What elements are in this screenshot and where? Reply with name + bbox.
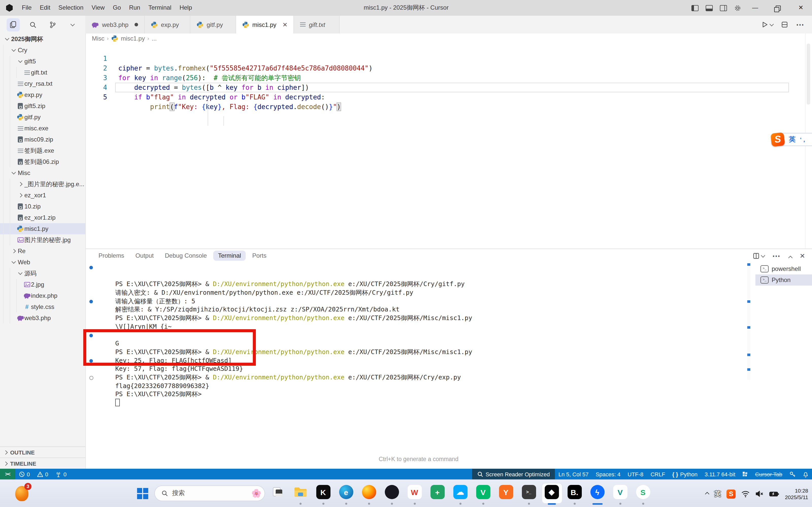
taskbar-green-plus-app[interactable]: + (426, 483, 449, 505)
menu-help[interactable]: Help (175, 0, 196, 16)
volume-muted-icon[interactable] (755, 491, 764, 497)
status-bell-icon[interactable] (799, 469, 812, 480)
tree-item-图片里的秘密.jpg[interactable]: 图片里的秘密.jpg (0, 234, 85, 245)
tree-item-10.zip[interactable]: 10.zip (0, 201, 85, 212)
search-highlight-flower[interactable]: 🌸 (251, 489, 261, 498)
tree-item-index.php[interactable]: index.php (0, 290, 85, 301)
tree-item-ez_xor1[interactable]: ez_xor1 (0, 190, 85, 201)
taskbar-orange-y-app[interactable]: Y (495, 483, 517, 505)
taskbar-app-k[interactable]: K (312, 483, 335, 505)
status-key-icon[interactable] (786, 469, 799, 480)
status-0[interactable]: 0 (15, 469, 33, 480)
tree-item-exp.py[interactable]: exp.py (0, 89, 85, 101)
panel-tab-terminal[interactable]: Terminal (213, 250, 246, 261)
code-line-2[interactable]: 2 for key in range(256): # 尝试所有可能的单字节密钥 (86, 54, 812, 63)
toggle-secondary-sidebar-icon[interactable] (720, 5, 727, 11)
taskbar-cursor-app[interactable]: ◆ (540, 483, 563, 505)
toggle-panel-icon[interactable] (706, 5, 713, 11)
tab-gift.txt[interactable]: gift.txt (294, 16, 340, 34)
tree-item-cry_rsa.txt[interactable]: cry_rsa.txt (0, 78, 85, 89)
sogou-ime-toolbar[interactable]: S 英 '， 🦊 (771, 133, 812, 146)
code-line-1[interactable]: 1 cipher = bytes.fromhex("5f55585e42717a… (86, 44, 812, 54)
section-timeline[interactable]: TIMELINE (0, 458, 85, 469)
panel-tab-debug-console[interactable]: Debug Console (160, 250, 211, 261)
tab-exp.py[interactable]: exp.py (145, 16, 190, 34)
hidden-icons-chevron[interactable] (705, 492, 709, 496)
status-python[interactable]: { } Python (669, 469, 701, 480)
tree-item-gift5[interactable]: gift5 (0, 56, 85, 67)
taskbar-search[interactable]: 搜索 🌸 (154, 486, 265, 501)
tree-item-gift.txt[interactable]: gift.txt (0, 67, 85, 78)
tree-item-签到题.exe[interactable]: 签到题.exe (0, 145, 85, 156)
status-remote-icon[interactable]: >< (0, 469, 15, 480)
tray-ime-indicator[interactable]: 英 (714, 489, 721, 498)
code-line-4[interactable]: 4 if b"flag" in decrypted or b"FLAG" in … (86, 73, 812, 83)
menu-run[interactable]: Run (125, 0, 144, 16)
tree-item-_图片里的秘密.jpg.e...[interactable]: _图片里的秘密.jpg.e... (0, 178, 85, 190)
taskbar-dark-app[interactable] (380, 483, 403, 505)
panel-tab-problems[interactable]: Problems (94, 250, 129, 261)
tree-item-web3.php[interactable]: web3.php (0, 313, 85, 324)
tree-item-Cry[interactable]: Cry (0, 45, 85, 56)
status-flag-icon[interactable] (739, 469, 752, 480)
ime-punctuation-icon[interactable]: '， (800, 136, 807, 143)
tree-item-Re[interactable]: Re (0, 245, 85, 257)
ime-mode-english[interactable]: 英 (789, 135, 796, 144)
taskbar-teal-v-app[interactable]: V (609, 483, 631, 505)
toggle-sidebar-icon[interactable] (692, 5, 699, 11)
panel-tab-output[interactable]: Output (131, 250, 158, 261)
terminal-session-Python[interactable]: >_ Python (755, 274, 812, 286)
tray-clock[interactable]: 10:28 2025/5/11 (785, 487, 808, 500)
source-control-icon[interactable] (46, 18, 59, 31)
status-spaces-4[interactable]: Spaces: 4 (592, 469, 624, 480)
tab-gitf.py[interactable]: gitf.py (190, 16, 236, 34)
status-0[interactable]: 0 (34, 469, 52, 480)
menu-edit[interactable]: Edit (36, 0, 54, 16)
taskbar-green-s-app[interactable]: S (631, 483, 654, 505)
tree-item-2025御网杯[interactable]: 2025御网杯 (0, 34, 85, 45)
wifi-icon[interactable] (741, 490, 750, 497)
close-button[interactable]: ✕ (790, 0, 812, 16)
code-line-3[interactable]: 3 decrypted = bytes([b ^ key for b in ci… (86, 63, 812, 73)
status-3-11-7-64-bit[interactable]: 3.11.7 64-bit (701, 469, 739, 480)
menu-go[interactable]: Go (109, 0, 125, 16)
restore-button[interactable] (767, 0, 790, 16)
breadcrumb[interactable]: Misc› misc1.py› ... (86, 34, 812, 43)
status-ln-5-col-57[interactable]: Ln 5, Col 57 (555, 469, 592, 480)
terminal-session-powershell[interactable]: >_ powershell (755, 263, 812, 274)
sogou-logo-icon[interactable]: S (770, 132, 785, 147)
tree-item-2.jpg[interactable]: 2.jpg (0, 279, 85, 290)
start-button[interactable] (137, 488, 148, 499)
tree-item-style.css[interactable]: #style.css (0, 301, 85, 313)
explorer-icon[interactable] (7, 18, 20, 31)
tab-misc1.py[interactable]: misc1.py ✕ (236, 16, 294, 34)
tree-item-misc1.py[interactable]: misc1.py (0, 223, 85, 234)
terminal-scrollbar-marks[interactable] (747, 263, 750, 380)
tab-web3.php[interactable]: web3.php (85, 16, 145, 34)
taskbar-cloud-drive[interactable]: ☁ (449, 483, 472, 505)
status-0[interactable]: 0 (52, 469, 70, 480)
tree-item-ez_xor1.zip[interactable]: ez_xor1.zip (0, 212, 85, 223)
close-panel-icon[interactable]: ✕ (800, 252, 805, 260)
tree-item-misc.exe[interactable]: misc.exe (0, 123, 85, 134)
taskbar-task-view[interactable] (266, 483, 289, 505)
code-line-5[interactable]: 5 print(f"Key: {key}, Flag: {decrypted.d… (86, 83, 812, 92)
code-editor[interactable]: Misc› misc1.py› ... 1 cipher = bytes.fro… (86, 34, 812, 248)
settings-gear-icon[interactable] (734, 4, 741, 11)
panel-tab-ports[interactable]: Ports (248, 250, 271, 261)
section-outline[interactable]: OUTLINE (0, 446, 85, 458)
taskbar-file-explorer[interactable] (289, 483, 312, 505)
minimize-button[interactable]: — (744, 0, 767, 16)
taskbar-windows-terminal[interactable]: >_ (517, 483, 540, 505)
editor-more-actions-icon[interactable]: ⋯ (796, 20, 805, 30)
split-editor-icon[interactable] (781, 21, 788, 28)
taskbar-lightning-app[interactable]: ϟ (586, 483, 609, 505)
maximize-panel-icon[interactable] (789, 251, 792, 261)
run-python-button[interactable] (761, 21, 773, 28)
panel-more-actions-icon[interactable]: ⋯ (772, 251, 781, 261)
menu-selection[interactable]: Selection (54, 0, 88, 16)
tree-item-Web[interactable]: Web (0, 257, 85, 268)
sogou-tray-icon[interactable]: S (726, 489, 735, 498)
split-terminal-icon[interactable] (753, 252, 765, 259)
tree-item-Misc[interactable]: Misc (0, 167, 85, 178)
